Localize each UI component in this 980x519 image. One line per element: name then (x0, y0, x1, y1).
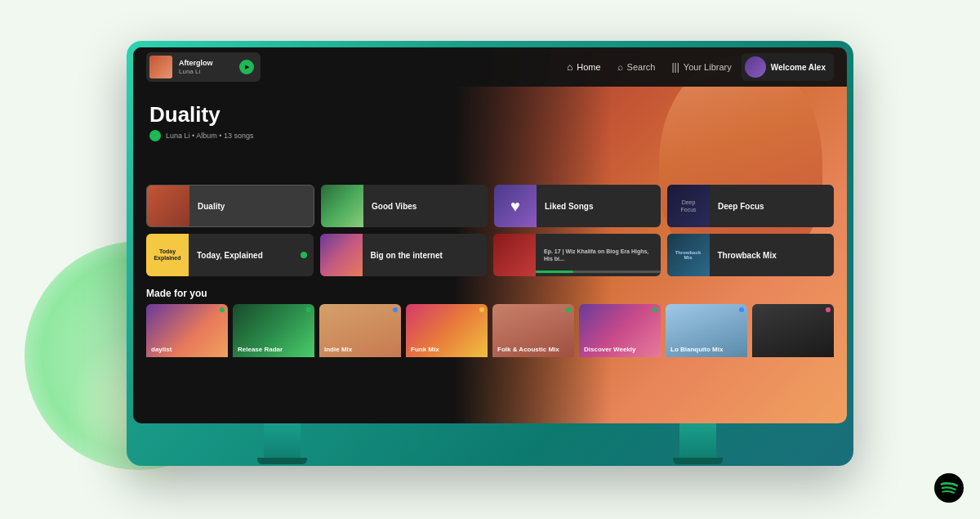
nav-search-label: Search (627, 62, 656, 72)
funk-mix-dot (479, 307, 484, 312)
nav-home[interactable]: ⌂ Home (567, 61, 601, 73)
folk-acoustic-dot (566, 307, 571, 312)
nav-links: ⌂ Home ⌕ Search ||| Your Library (567, 61, 732, 73)
navbar: Afterglow Luna Li ▶ ⌂ Home ⌕ Search (133, 47, 847, 87)
now-playing-pill[interactable]: Afterglow Luna Li ▶ (146, 52, 261, 82)
liked-thumbnail: ♥ (494, 185, 537, 227)
grid-card-liked-songs[interactable]: ♥ Liked Songs (494, 185, 661, 227)
album-meta: Luna Li • Album • 13 songs (149, 130, 831, 141)
grid-card-throwback[interactable]: Throwback Mix Throwback Mix (667, 234, 835, 276)
daylist-label: daylist (151, 346, 223, 354)
big-internet-label: Big on the internet (363, 251, 488, 260)
grid-card-today-explained[interactable]: Today Explained Today, Explained (146, 234, 314, 276)
grid-card-goodvibes[interactable]: Good Vibes (321, 185, 488, 227)
now-playing-title: Afterglow (179, 59, 233, 68)
now-playing-info: Afterglow Luna Li (179, 59, 233, 75)
todayexp-thumbnail: Today Explained (146, 234, 189, 276)
play-button[interactable]: ▶ (239, 60, 254, 74)
now-playing-artist: Luna Li (179, 68, 233, 76)
indie-mix-label: Indie Mix (324, 346, 396, 354)
made-for-you-cards: daylist Release Radar Indie Mix (146, 304, 834, 374)
throwback-mix-label: Throwback Mix (710, 251, 835, 260)
throwback-thumbnail: Throwback Mix (667, 234, 710, 276)
search-icon: ⌕ (617, 61, 623, 73)
daylist-dot (220, 307, 225, 312)
card-daylist[interactable]: daylist (146, 304, 228, 374)
progress-bar-fill (536, 271, 573, 273)
indie-mix-dot (393, 307, 398, 312)
tv-leg-right (679, 423, 716, 464)
card-indie-mix[interactable]: Indie Mix (319, 304, 401, 374)
spotify-logo (934, 473, 964, 503)
discover-weekly-label: Discover Weekly (584, 346, 656, 354)
card-lo-blanquito[interactable]: Lo Blanquito Mix (666, 304, 747, 374)
lo-blanquito-thumb: Lo Blanquito Mix (666, 304, 747, 357)
ep17-label: Ep. 17 | Wiz Khalifa on Blog Era Highs, … (536, 248, 661, 262)
welcome-text: Welcome Alex (771, 63, 826, 72)
grid-card-duality[interactable]: Duality (146, 185, 314, 227)
today-explained-label: Today, Explained (189, 251, 301, 260)
card-folk-acoustic[interactable]: Folk & Acoustic Mix (492, 304, 574, 374)
duality-thumbnail (147, 185, 189, 227)
release-radar-dot (306, 307, 311, 312)
throwback-inner-text: Throwback Mix (675, 250, 702, 260)
welcome-badge[interactable]: Welcome Alex (742, 53, 834, 81)
lo-blanquito-dot (739, 307, 744, 312)
album-meta-text: Luna Li • Album • 13 songs (166, 132, 253, 140)
song-count: 13 songs (224, 132, 254, 140)
nav-search[interactable]: ⌕ Search (617, 61, 656, 73)
artist-icon (149, 130, 161, 141)
goodvibes-thumbnail (321, 185, 363, 227)
user-avatar (745, 56, 766, 78)
deepfocus-thumbnail: Deep Focus (667, 185, 710, 227)
tv-frame: Afterglow Luna Li ▶ ⌂ Home ⌕ Search (127, 41, 853, 466)
grid-row-1: Duality Good Vibes ♥ Liked Songs (146, 185, 834, 227)
album-title: Duality (149, 103, 831, 127)
album-type: Album (196, 132, 217, 140)
goodvibes-label: Good Vibes (363, 202, 488, 211)
playing-dot (301, 252, 307, 258)
duality-label: Duality (189, 202, 314, 211)
screen-content: Afterglow Luna Li ▶ ⌂ Home ⌕ Search (133, 47, 847, 423)
lo-blanquito-label: Lo Blanquito Mix (670, 346, 742, 354)
liked-songs-label: Liked Songs (537, 202, 661, 211)
card-more[interactable] (752, 304, 834, 374)
heart-icon: ♥ (510, 197, 520, 216)
grid-card-ep17[interactable]: Ep. 17 | Wiz Khalifa on Blog Era Highs, … (493, 234, 661, 276)
today-exp-text: Today Explained (154, 248, 180, 262)
release-radar-label: Release Radar (238, 346, 310, 354)
more-thumb (752, 304, 834, 357)
card-funk-mix[interactable]: Funk Mix (406, 304, 488, 374)
grid-card-big-internet[interactable]: Big on the internet (320, 234, 488, 276)
card-discover-weekly[interactable]: Discover Weekly (579, 304, 661, 374)
more-dot (826, 307, 831, 312)
funk-mix-label: Funk Mix (411, 346, 483, 354)
nav-home-label: Home (577, 62, 600, 72)
now-playing-thumbnail (149, 56, 172, 78)
nav-library[interactable]: ||| Your Library (671, 61, 731, 73)
artist-name: Luna Li (166, 132, 190, 140)
folk-acoustic-label: Folk & Acoustic Mix (497, 346, 569, 354)
deep-focus-label: Deep Focus (710, 202, 834, 211)
home-icon: ⌂ (567, 61, 572, 73)
folk-acoustic-thumb: Folk & Acoustic Mix (492, 304, 574, 357)
tv-screen: Afterglow Luna Li ▶ ⌂ Home ⌕ Search (133, 47, 847, 423)
library-icon: ||| (671, 61, 679, 73)
discover-weekly-dot (653, 307, 657, 312)
funk-mix-thumb: Funk Mix (406, 304, 488, 357)
made-for-you-title: Made for you (146, 288, 834, 299)
made-for-you-section: Made for you daylist Release Radar (133, 283, 847, 374)
discover-weekly-thumb: Discover Weekly (579, 304, 661, 357)
ep17-thumbnail (493, 234, 536, 276)
grid-section: Duality Good Vibes ♥ Liked Songs (133, 185, 847, 276)
hero-section: Duality Luna Li • Album • 13 songs (133, 87, 847, 185)
progress-bar-container (536, 271, 661, 273)
nav-library-label: Your Library (684, 62, 732, 72)
deepfocus-inner-text: Deep Focus (680, 199, 696, 213)
daylist-thumb: daylist (146, 304, 228, 357)
tv-leg-left (264, 423, 301, 464)
card-release-radar[interactable]: Release Radar (233, 304, 314, 374)
biginternet-thumbnail (320, 234, 363, 276)
grid-card-deep-focus[interactable]: Deep Focus Deep Focus (667, 185, 834, 227)
indie-mix-thumb: Indie Mix (319, 304, 401, 357)
